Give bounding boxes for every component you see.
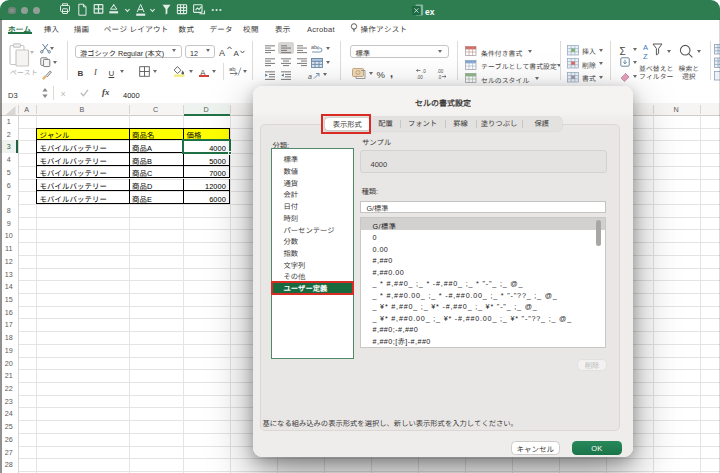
svg-text:Z: Z — [643, 50, 648, 61]
svg-text:.0: .0 — [438, 73, 442, 79]
svg-text:ab: ab — [311, 43, 317, 51]
svg-text:.00: .00 — [417, 73, 424, 79]
svg-text:ab: ab — [229, 64, 236, 73]
svg-text:a: a — [308, 71, 312, 81]
